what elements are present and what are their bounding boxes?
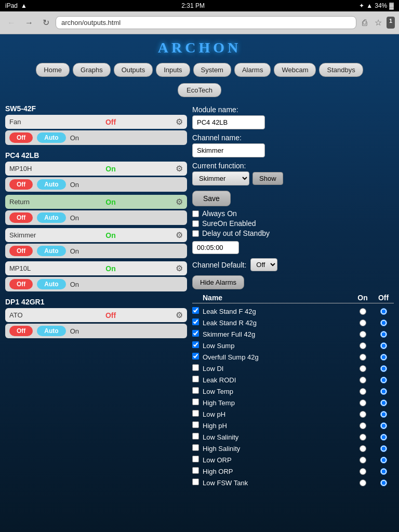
alarm-off-radio-high-salinity[interactable] [380,445,387,452]
fan-toggle-off[interactable]: Off [9,132,33,143]
reload-button[interactable]: ↻ [39,17,52,29]
sub-nav-ecotech[interactable]: EcoTech [178,83,221,97]
bookmark-button[interactable]: ☆ [372,17,384,29]
alarm-off-radio-leak-stand-r[interactable] [380,320,387,326]
nav-standbys[interactable]: Standbys [319,63,363,77]
nav-system[interactable]: System [193,63,231,77]
alarm-on-radio-low-orp[interactable] [360,457,366,463]
nav-webcam[interactable]: Webcam [274,63,316,77]
channel-name-input[interactable] [192,143,265,157]
ato-toggle-auto[interactable]: Auto [37,326,65,336]
alarm-on-radio-leak-stand-r[interactable] [360,320,366,326]
alarm-check-low-di[interactable] [192,364,199,371]
alarm-on-radio-high-ph[interactable] [360,422,366,429]
channel-row-skimmer[interactable]: Skimmer On ⚙ [5,228,187,242]
alarm-on-radio-leak-rodi[interactable] [360,377,366,383]
alarm-off-radio-high-ph[interactable] [380,422,387,429]
nav-outputs[interactable]: Outputs [114,63,153,77]
show-button[interactable]: Show [252,172,283,185]
channel-row-return[interactable]: Return On ⚙ [5,195,187,209]
share-button[interactable]: ⎙ [360,17,370,29]
fan-toggle-on[interactable]: On [70,134,79,142]
alarm-check-leak-stand-r[interactable] [192,318,199,325]
alarm-on-radio-low-fsw-tank[interactable] [360,480,366,486]
nav-home[interactable]: Home [36,63,70,77]
return-toggle-off[interactable]: Off [9,212,33,223]
alarm-check-low-orp[interactable] [192,456,199,462]
alarm-on-radio-low-sump[interactable] [360,342,366,349]
alarm-off-radio-low-orp[interactable] [380,457,387,463]
alarm-on-radio-low-salinity[interactable] [360,434,366,441]
skimmer-toggle-off[interactable]: Off [9,246,33,256]
alarm-off-radio-overfull-sump[interactable] [380,354,387,361]
return-toggle-auto[interactable]: Auto [37,212,65,223]
alarm-on-radio-leak-stand-f[interactable] [360,308,366,315]
url-bar[interactable] [56,16,356,29]
mp10h-gear-button[interactable]: ⚙ [176,164,183,174]
channel-row-mp10l[interactable]: MP10L On ⚙ [5,261,187,275]
mp10l-toggle-off[interactable]: Off [9,279,33,289]
alarm-on-radio-low-di[interactable] [360,365,366,372]
alarm-check-leak-rodi[interactable] [192,376,199,382]
module-name-input[interactable] [192,115,265,129]
ato-gear-button[interactable]: ⚙ [176,310,183,320]
ato-toggle-on[interactable]: On [70,327,79,335]
alarm-check-low-ph[interactable] [192,410,199,417]
alarm-off-radio-high-temp[interactable] [380,400,387,406]
alarm-on-radio-overfull-sump[interactable] [360,354,366,361]
ato-toggle-off[interactable]: Off [9,326,33,336]
alarm-off-radio-low-temp[interactable] [380,388,387,395]
save-button[interactable]: Save [192,191,231,206]
back-button[interactable]: ← [4,17,19,29]
alarm-on-radio-high-temp[interactable] [360,400,366,406]
alarm-check-low-salinity[interactable] [192,433,199,440]
delay-standby-checkbox[interactable] [192,230,199,237]
alarm-check-high-ph[interactable] [192,421,199,428]
hide-alarms-button[interactable]: Hide Alarms [192,275,244,289]
alarm-off-radio-low-sump[interactable] [380,342,387,349]
mp10h-toggle-auto[interactable]: Auto [37,179,65,190]
sureon-checkbox[interactable] [192,220,199,227]
function-select[interactable]: Skimmer Wave Return Light Heater Pump Cu… [192,171,249,185]
alarm-check-low-fsw-tank[interactable] [192,478,199,485]
alarm-off-radio-low-di[interactable] [380,365,387,372]
alarm-check-high-temp[interactable] [192,398,199,405]
channel-row-ato[interactable]: ATO Off ⚙ [5,308,187,322]
alarm-off-radio-low-salinity[interactable] [380,434,387,441]
alarm-off-radio-skimmer-full[interactable] [380,331,387,338]
alarm-check-high-salinity[interactable] [192,444,199,451]
mp10l-gear-button[interactable]: ⚙ [176,263,183,273]
nav-inputs[interactable]: Inputs [156,63,190,77]
nav-graphs[interactable]: Graphs [73,63,111,77]
alarm-on-radio-skimmer-full[interactable] [360,331,366,338]
alarm-off-radio-low-fsw-tank[interactable] [380,480,387,486]
delay-value-input[interactable] [192,241,239,254]
fan-gear-button[interactable]: ⚙ [176,117,183,127]
alarm-check-low-temp[interactable] [192,387,199,394]
alarm-off-radio-high-orp[interactable] [380,468,387,475]
alarm-check-high-orp[interactable] [192,467,199,474]
alarm-check-overfull-sump[interactable] [192,353,199,360]
mp10h-toggle-off[interactable]: Off [9,179,33,190]
mp10l-toggle-on[interactable]: On [70,281,79,288]
return-toggle-on[interactable]: On [70,214,79,222]
alarm-on-radio-high-salinity[interactable] [360,445,366,452]
alarm-on-radio-high-orp[interactable] [360,468,366,475]
alarm-off-radio-leak-stand-f[interactable] [380,308,387,315]
alarm-check-leak-stand-f[interactable] [192,307,199,314]
skimmer-toggle-auto[interactable]: Auto [37,246,65,256]
nav-alarms[interactable]: Alarms [234,63,271,77]
alarm-check-skimmer-full[interactable] [192,330,199,337]
alarm-on-radio-low-temp[interactable] [360,388,366,395]
alarm-on-radio-low-ph[interactable] [360,411,366,418]
alarm-check-low-sump[interactable] [192,341,199,348]
skimmer-toggle-on[interactable]: On [70,247,79,255]
mp10h-toggle-on[interactable]: On [70,181,79,189]
channel-default-select[interactable]: Off On [250,258,277,271]
forward-button[interactable]: → [22,17,36,29]
return-gear-button[interactable]: ⚙ [176,197,183,207]
alarm-off-radio-low-ph[interactable] [380,411,387,418]
alarm-off-radio-leak-rodi[interactable] [380,377,387,383]
tab-count[interactable]: 1 [387,17,395,29]
mp10l-toggle-auto[interactable]: Auto [37,279,65,289]
